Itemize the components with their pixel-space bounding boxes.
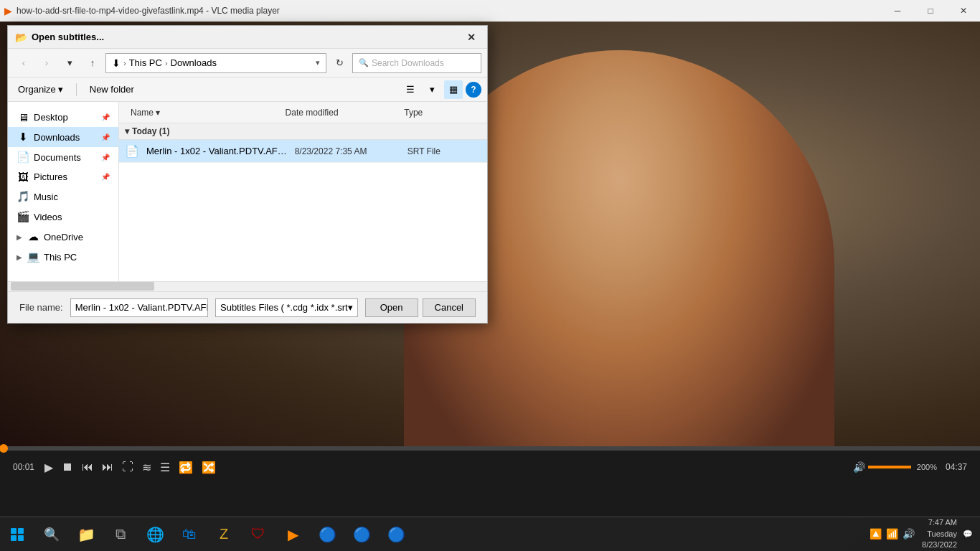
taskbar-app1[interactable]: Z [207,517,241,552]
controls-right: 🔊 200% 04:37 [853,461,973,473]
search-icon: 🔍 [359,58,369,67]
taskbar-right: 🔼 📶 🔊 7:47 AM Tuesday 8/23/2022 💬 [870,517,980,550]
logo-sq-1 [11,528,17,534]
search-box[interactable]: 🔍 Search Downloads [352,53,481,73]
prev-button[interactable]: ⏮ [77,458,98,476]
documents-icon: 📄 [17,151,29,164]
breadcrumb-downloads: Downloads [171,57,217,68]
close-button[interactable]: ✕ [947,0,980,22]
file-name-cell: Merlin - 1x02 - Valiant.PDTV.AFFiNiTY.en… [143,146,292,156]
sidebar-item-videos[interactable]: 🎬 Videos [8,207,118,227]
file-type-chevron: ▾ [348,302,353,313]
taskbar-search-button[interactable]: 🔍 [34,517,69,552]
equalizer-button[interactable]: ≋ [138,458,156,477]
taskbar-file-explorer[interactable]: 📁 [69,517,103,552]
taskbar-taskview[interactable]: ⧉ [103,517,138,552]
sidebar-item-music[interactable]: 🎵 Music [8,187,118,207]
playlist-button[interactable]: ☰ [156,458,174,477]
progress-bar[interactable] [0,446,980,451]
refresh-button[interactable]: ↻ [329,53,349,73]
shuffle-button[interactable]: 🔀 [197,458,220,477]
stop-button[interactable]: ⏹ [57,458,77,476]
up-button[interactable]: ↑ [83,53,103,73]
horizontal-scrollbar[interactable] [8,281,487,291]
toolbar-separator [76,83,77,96]
sidebar-item-documents[interactable]: 📄 Documents 📌 [8,147,118,167]
time-current: 00:01 [13,462,34,472]
minimize-button[interactable]: ─ [881,0,914,22]
play-button[interactable]: ▶ [40,458,57,477]
group-chevron: ▾ [125,126,129,136]
sidebar-label-thispc: This PC [44,252,110,263]
sidebar-item-desktop[interactable]: 🖥 Desktop 📌 [8,108,118,127]
sidebar: 🖥 Desktop 📌 ⬇ Downloads 📌 📄 Documents 📌 … [8,102,119,281]
clock[interactable]: 7:47 AM Tuesday 8/23/2022 [922,517,957,550]
logo-sq-4 [18,535,24,541]
desktop-icon: 🖥 [17,111,29,123]
next-button[interactable]: ⏭ [98,458,118,476]
breadcrumb-bar[interactable]: ⬇ › This PC › Downloads ▾ [105,53,326,73]
recent-locations-button[interactable]: ▾ [60,53,80,73]
fullscreen-button[interactable]: ⛶ [118,458,138,476]
taskbar-chrome2[interactable]: 🔵 [344,517,379,552]
bottom-bar: File name: Merlin - 1x02 - Valiant.PDTV.… [8,291,487,323]
taskbar-app2[interactable]: 🛡 [241,517,275,552]
back-button[interactable]: ‹ [14,53,34,73]
sidebar-label-music: Music [34,192,110,202]
search-placeholder: Search Downloads [372,58,444,68]
sidebar-item-thispc[interactable]: ▶ 💻 This PC [8,247,118,267]
maximize-button[interactable]: □ [914,0,947,22]
group-header-today[interactable]: ▾ Today (1) [119,123,487,140]
vlc-controls: 00:01 ▶ ⏹ ⏮ ⏭ ⛶ ≋ ☰ 🔁 🔀 🔊 200% 04:37 [0,446,980,517]
start-button[interactable] [0,517,34,552]
toolbar: Organize ▾ New folder ☰ ▾ ▦ ? [8,77,487,102]
column-name[interactable]: Name ▾ [125,108,280,118]
cancel-button[interactable]: Cancel [423,298,476,317]
taskbar-chrome1[interactable]: 🔵 [310,517,344,552]
view-options-button[interactable]: ☰ [401,80,420,99]
taskbar-edge[interactable]: 🌐 [138,517,172,552]
time-total: 04:37 [946,462,967,472]
forward-button[interactable]: › [37,53,57,73]
file-type-value: Subtitles Files ( *.cdg *.idx *.srt [220,302,348,313]
music-icon: 🎵 [17,190,29,203]
vlc-icon: ▶ [4,5,12,17]
taskbar-chrome3[interactable]: 🔵 [379,517,413,552]
desktop-pin: 📌 [101,113,110,121]
view-chevron[interactable]: ▾ [423,80,441,99]
sidebar-item-pictures[interactable]: 🖼 Pictures 📌 [8,167,118,187]
column-type[interactable]: Type [398,108,481,118]
file-name-input[interactable]: Merlin - 1x02 - Valiant.PDTV.AFFiNiTY.en… [70,298,208,317]
notification-icon[interactable]: 💬 [963,529,973,539]
pictures-icon: 🖼 [17,171,29,183]
file-icon: 📄 [125,144,139,158]
breadcrumb-chevron-1: › [123,59,126,67]
dialog-close-button[interactable]: ✕ [463,29,480,46]
sidebar-label-desktop: Desktop [34,112,95,123]
dialog-overlay: 📂 Open subtitles... ✕ ‹ › ▾ ↑ ⬇ › This P… [0,22,488,395]
repeat-button[interactable]: 🔁 [174,458,197,477]
new-folder-button[interactable]: New folder [85,82,138,97]
new-folder-label: New folder [90,84,134,95]
controls-row: 00:01 ▶ ⏹ ⏮ ⏭ ⛶ ≋ ☰ 🔁 🔀 🔊 200% 04:37 [0,451,980,484]
organize-button[interactable]: Organize ▾ [14,82,67,97]
file-type-dropdown[interactable]: Subtitles Files ( *.cdg *.idx *.srt ▾ [215,298,358,317]
volume-tray-icon[interactable]: 🔊 [903,528,915,540]
content-area: 🖥 Desktop 📌 ⬇ Downloads 📌 📄 Documents 📌 … [8,102,487,281]
volume-bar[interactable] [868,466,911,468]
name-sort-indicator: ▾ [156,108,160,118]
taskbar-store[interactable]: 🛍 [172,517,207,552]
breadcrumb-expand: ▾ [316,58,320,67]
layout-button[interactable]: ▦ [444,80,463,99]
sidebar-item-onedrive[interactable]: ▶ ☁ OneDrive [8,227,118,247]
help-button[interactable]: ? [466,82,481,98]
breadcrumb-chevron-2: › [165,59,168,67]
sidebar-item-downloads[interactable]: ⬇ Downloads 📌 [8,127,118,147]
table-row[interactable]: 📄 Merlin - 1x02 - Valiant.PDTV.AFFiNiTY.… [119,140,487,163]
column-date[interactable]: Date modified [280,108,399,118]
tray-expand[interactable]: 🔼 [870,528,882,540]
network-icon[interactable]: 📶 [886,528,898,540]
dialog-buttons: Open Cancel [365,298,476,317]
taskbar-vlc[interactable]: ▶ [275,517,310,552]
open-button[interactable]: Open [365,298,418,317]
